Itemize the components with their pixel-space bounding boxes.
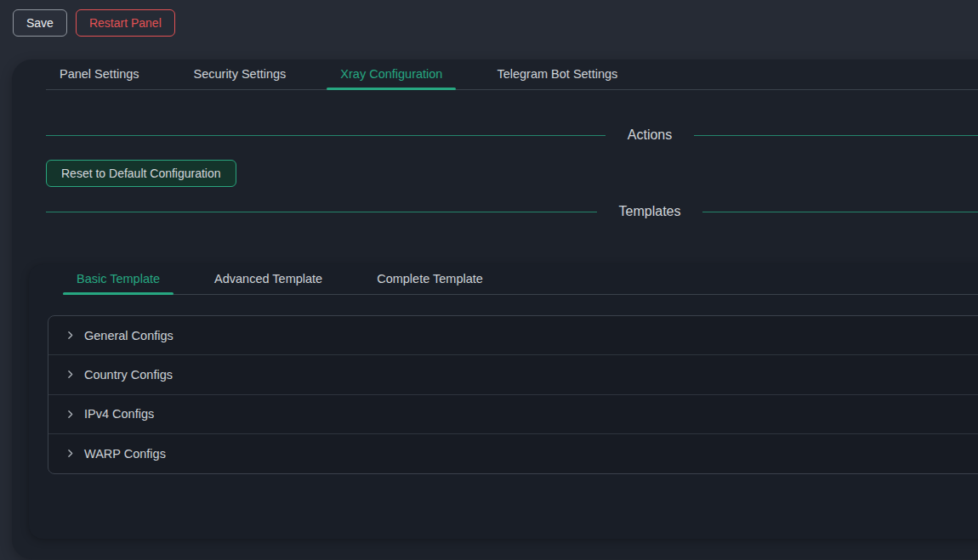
collapse-ipv4-configs[interactable]: IPv4 Configs bbox=[48, 395, 978, 434]
chevron-right-icon bbox=[64, 369, 76, 381]
collapse-label: WARP Configs bbox=[84, 447, 166, 461]
reset-default-configuration-button[interactable]: Reset to Default Configuration bbox=[46, 160, 236, 187]
tab-security-settings[interactable]: Security Settings bbox=[180, 59, 300, 89]
collapse-label: General Configs bbox=[84, 329, 173, 342]
collapse-general-configs[interactable]: General Configs bbox=[48, 316, 978, 355]
templates-tabbar: Basic Template Advanced Template Complet… bbox=[63, 264, 978, 295]
settings-card: Panel Settings Security Settings Xray Co… bbox=[12, 59, 978, 559]
chevron-right-icon bbox=[64, 330, 76, 342]
tab-complete-template[interactable]: Complete Template bbox=[363, 264, 497, 294]
templates-divider: Templates bbox=[46, 204, 978, 219]
actions-divider-label: Actions bbox=[628, 127, 672, 143]
tab-advanced-template[interactable]: Advanced Template bbox=[201, 264, 336, 294]
configs-collapse-list: General Configs Country Configs IPv4 Con… bbox=[48, 315, 978, 474]
tab-telegram-bot-settings[interactable]: Telegram Bot Settings bbox=[483, 59, 631, 89]
tab-panel-settings[interactable]: Panel Settings bbox=[46, 59, 153, 89]
collapse-warp-configs[interactable]: WARP Configs bbox=[48, 434, 978, 473]
chevron-right-icon bbox=[64, 448, 76, 460]
collapse-label: Country Configs bbox=[84, 368, 173, 382]
tab-xray-configuration[interactable]: Xray Configuration bbox=[327, 59, 456, 89]
templates-card: Basic Template Advanced Template Complet… bbox=[29, 264, 978, 539]
save-button[interactable]: Save bbox=[13, 9, 67, 37]
collapse-country-configs[interactable]: Country Configs bbox=[48, 355, 978, 394]
actions-divider: Actions bbox=[46, 127, 978, 143]
chevron-right-icon bbox=[64, 408, 76, 420]
tab-basic-template[interactable]: Basic Template bbox=[63, 264, 173, 294]
settings-tabbar: Panel Settings Security Settings Xray Co… bbox=[46, 59, 978, 90]
templates-divider-label: Templates bbox=[619, 204, 681, 219]
top-action-bar: Save Restart Panel bbox=[0, 0, 978, 37]
collapse-label: IPv4 Configs bbox=[84, 407, 154, 421]
restart-panel-button[interactable]: Restart Panel bbox=[76, 9, 175, 37]
app: Save Restart Panel Panel Settings Securi… bbox=[0, 0, 978, 559]
